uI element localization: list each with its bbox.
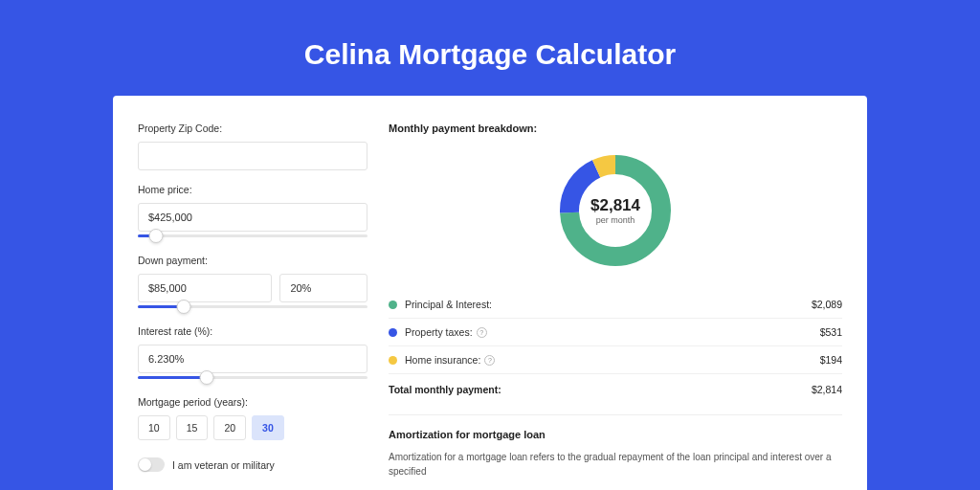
form-column: Property Zip Code: Home price: Down paym… xyxy=(138,122,368,479)
home-price-slider[interactable] xyxy=(138,234,368,237)
period-chip-30[interactable]: 30 xyxy=(252,415,284,440)
legend-row-principal: Principal & Interest: $2,089 xyxy=(389,291,842,319)
amort-heading: Amortization for mortgage loan xyxy=(389,429,842,440)
veteran-label: I am veteran or military xyxy=(172,459,275,471)
info-icon[interactable]: ? xyxy=(484,355,495,366)
period-chips: 10 15 20 30 xyxy=(138,415,368,440)
interest-rate-group: Interest rate (%): xyxy=(138,325,368,379)
veteran-toggle-row: I am veteran or military xyxy=(138,457,368,472)
dot-icon xyxy=(389,356,397,365)
total-row: Total monthly payment: $2,814 xyxy=(389,374,842,409)
donut-chart: $2,814 per month xyxy=(554,149,677,272)
zip-field-group: Property Zip Code: xyxy=(138,122,368,170)
calculator-card: Property Zip Code: Home price: Down paym… xyxy=(113,96,867,490)
interest-rate-label: Interest rate (%): xyxy=(138,325,368,337)
info-icon[interactable]: ? xyxy=(477,327,487,338)
amortization-section: Amortization for mortgage loan Amortizat… xyxy=(389,414,842,479)
down-payment-pct-input[interactable] xyxy=(279,274,368,302)
slider-thumb[interactable] xyxy=(177,300,191,314)
page-container: Celina Mortgage Calculator Property Zip … xyxy=(0,0,980,490)
veteran-toggle[interactable] xyxy=(138,457,165,472)
interest-rate-input[interactable] xyxy=(138,345,368,373)
total-value: $2,814 xyxy=(812,384,842,395)
donut-amount: $2,814 xyxy=(590,196,640,215)
slider-thumb[interactable] xyxy=(200,370,214,385)
donut-chart-wrap: $2,814 per month xyxy=(389,149,842,272)
donut-center: $2,814 per month xyxy=(554,149,677,272)
down-payment-input[interactable] xyxy=(138,274,272,302)
period-group: Mortgage period (years): 10 15 20 30 xyxy=(138,396,368,440)
home-price-label: Home price: xyxy=(138,184,368,195)
down-payment-label: Down payment: xyxy=(138,255,368,266)
home-price-group: Home price: xyxy=(138,184,368,237)
zip-input[interactable] xyxy=(138,142,368,170)
down-payment-group: Down payment: xyxy=(138,255,368,308)
zip-label: Property Zip Code: xyxy=(138,122,368,134)
dot-icon xyxy=(389,301,397,309)
dot-icon xyxy=(389,328,397,337)
period-chip-10[interactable]: 10 xyxy=(138,415,170,440)
home-price-input[interactable] xyxy=(138,203,368,232)
legend-label: Principal & Interest: xyxy=(405,299,812,310)
legend-row-insurance: Home insurance: ? $194 xyxy=(389,346,842,374)
period-label: Mortgage period (years): xyxy=(138,396,368,408)
legend-value: $531 xyxy=(820,326,842,338)
page-title: Celina Mortgage Calculator xyxy=(0,38,980,71)
legend-value: $2,089 xyxy=(812,299,842,310)
legend-value: $194 xyxy=(820,354,842,366)
breakdown-heading: Monthly payment breakdown: xyxy=(389,122,842,134)
legend-label: Home insurance: ? xyxy=(405,354,820,366)
down-payment-slider[interactable] xyxy=(138,305,368,308)
amort-text: Amortization for a mortgage loan refers … xyxy=(389,450,842,479)
toggle-knob xyxy=(139,458,151,471)
total-label: Total monthly payment: xyxy=(389,384,812,395)
legend-label: Property taxes: ? xyxy=(405,326,820,338)
period-chip-15[interactable]: 15 xyxy=(176,415,209,440)
breakdown-column: Monthly payment breakdown: $2,814 per mo… xyxy=(389,122,842,479)
interest-rate-slider[interactable] xyxy=(138,376,368,379)
slider-thumb[interactable] xyxy=(149,229,164,243)
donut-sub: per month xyxy=(596,215,635,225)
legend-row-taxes: Property taxes: ? $531 xyxy=(389,319,842,346)
period-chip-20[interactable]: 20 xyxy=(213,415,246,440)
